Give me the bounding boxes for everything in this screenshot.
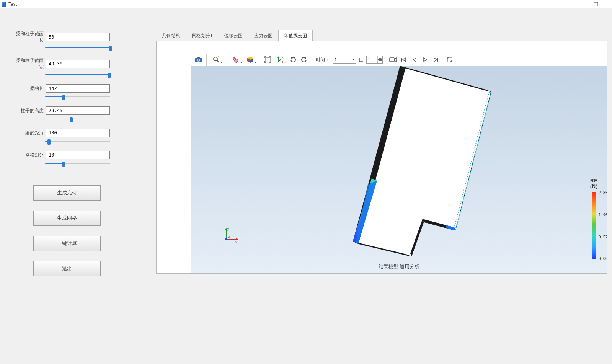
param-input-col-height[interactable] (46, 106, 110, 115)
param-input-beam-force[interactable] (46, 129, 110, 137)
expand-icon[interactable] (446, 54, 453, 65)
svg-line-7 (233, 58, 235, 60)
tab-contour[interactable]: 等值线云图 (278, 30, 313, 41)
viewport-3d[interactable]: y x z RF （N） 2.857e-01 1.905e-01 9.523e-… (191, 66, 607, 273)
frame-value: 1 (367, 57, 377, 62)
play-back-icon[interactable] (409, 54, 420, 65)
param-label-beam-length: 梁的长 (15, 85, 44, 92)
svg-text:z: z (228, 235, 230, 238)
svg-line-16 (278, 59, 281, 62)
svg-marker-24 (413, 58, 416, 62)
svg-rect-27 (437, 58, 438, 62)
param-input-section-length[interactable] (46, 33, 110, 41)
param-slider-beam-length[interactable] (45, 94, 110, 100)
result-caption: 结果模型:通用分析 (191, 263, 607, 270)
rotate-ccw-icon[interactable] (288, 54, 299, 65)
param-label-section-length: 梁和柱子截面长 (15, 31, 44, 44)
svg-marker-21 (394, 58, 397, 62)
tab-geometry[interactable]: 几何结构 (156, 30, 186, 41)
svg-marker-23 (403, 58, 406, 62)
tab-mesh[interactable]: 网格划分1 (186, 30, 219, 41)
svg-rect-28 (447, 57, 452, 62)
param-slider-section-width[interactable] (45, 72, 110, 77)
svg-text:z: z (282, 56, 283, 59)
svg-marker-13 (277, 56, 279, 58)
param-label-mesh: 网格划分 (15, 152, 44, 158)
param-slider-section-length[interactable] (45, 45, 110, 51)
svg-point-3 (198, 59, 199, 61)
generate-geometry-button[interactable]: 生成几何 (33, 185, 101, 201)
svg-point-46 (225, 238, 227, 240)
viewer-toolbar: z 时间： (191, 53, 607, 67)
screenshot-icon[interactable] (193, 54, 204, 65)
frame-spinner[interactable]: 1 (366, 56, 383, 64)
exit-button[interactable]: 退出 (33, 261, 101, 276)
angle-icon[interactable] (358, 54, 365, 65)
param-slider-beam-force[interactable] (45, 139, 110, 144)
app-icon (2, 2, 6, 7)
result-tabs: 几何结构 网格划分1 位移云图 应力云图 等值线云图 (156, 30, 607, 41)
time-select[interactable] (333, 56, 356, 64)
legend-tick-0: 2.857e-01 (599, 191, 607, 195)
param-label-beam-force: 梁的受力 (15, 130, 44, 136)
maximize-button[interactable]: ☐ (588, 1, 604, 7)
cube-color-icon[interactable] (243, 54, 258, 65)
record-icon[interactable] (388, 54, 398, 65)
skip-end-icon[interactable] (431, 54, 441, 65)
generate-mesh-button[interactable]: 生成网格 (33, 211, 101, 226)
eraser-icon[interactable] (228, 54, 243, 65)
legend-tick-3: 0.000e+00 (599, 256, 607, 261)
legend-subtitle: （N） (588, 183, 600, 190)
compute-button[interactable]: 一键计算 (33, 236, 101, 251)
svg-text:y: y (227, 227, 229, 231)
minimize-button[interactable]: — (563, 1, 578, 7)
rotate-cw-icon[interactable] (299, 54, 309, 65)
legend-bar: 2.857e-01 1.905e-01 9.523e-02 0.000e+00 (592, 192, 596, 259)
axis-triad-icon: y x z (222, 226, 239, 243)
svg-rect-11 (266, 57, 270, 62)
tab-stress[interactable]: 应力云图 (248, 30, 278, 41)
window-controls: — ☐ (563, 1, 610, 7)
svg-point-4 (214, 57, 217, 61)
param-label-section-width: 梁和柱子截面宽 (15, 57, 44, 70)
zoom-icon[interactable] (209, 54, 224, 65)
legend-tick-2: 9.523e-02 (599, 235, 607, 239)
param-input-mesh[interactable] (46, 151, 110, 159)
tab-displacement[interactable]: 位移云图 (219, 30, 248, 41)
param-input-beam-length[interactable] (46, 84, 110, 93)
svg-text:x: x (235, 240, 237, 243)
model-geometry (271, 66, 497, 261)
viewer-frame: z 时间： (156, 41, 607, 274)
svg-marker-25 (424, 58, 427, 62)
time-label: 时间： (314, 57, 331, 63)
svg-rect-1 (197, 57, 200, 58)
svg-rect-20 (390, 58, 394, 62)
window-title: Test (8, 2, 17, 7)
skip-start-icon[interactable] (398, 54, 409, 65)
param-slider-mesh[interactable] (45, 161, 110, 166)
svg-line-5 (217, 60, 219, 62)
parameter-panel: 梁和柱子截面长 梁和柱子截面宽 梁的长 柱子的高度 梁的受力 (0, 8, 130, 364)
fit-view-icon[interactable] (263, 54, 273, 65)
legend-title: RF (588, 178, 600, 183)
param-input-section-width[interactable] (46, 60, 110, 68)
svg-marker-15 (282, 61, 284, 63)
title-bar: Test — ☐ (0, 0, 612, 8)
color-legend: RF （N） 2.857e-01 1.905e-01 9.523e-02 0.0… (588, 178, 600, 259)
play-icon[interactable] (420, 54, 431, 65)
main-area: 几何结构 网格划分1 位移云图 应力云图 等值线云图 (130, 8, 612, 364)
param-label-col-height: 柱子的高度 (15, 108, 44, 114)
svg-marker-26 (434, 58, 437, 62)
legend-tick-1: 1.905e-01 (599, 213, 607, 217)
param-slider-col-height[interactable] (45, 116, 110, 122)
axes-icon[interactable]: z (273, 54, 288, 65)
